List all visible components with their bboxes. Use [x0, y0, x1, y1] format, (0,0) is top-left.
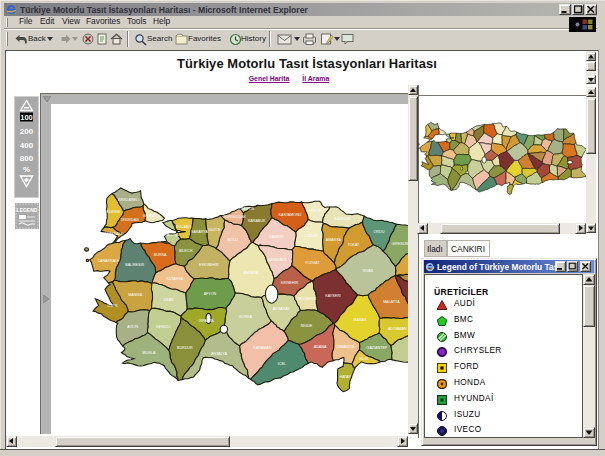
svg-text:MANISA: MANISA [128, 293, 143, 297]
svg-text:DENIZLI: DENIZLI [156, 325, 170, 329]
svg-text:KILIS: KILIS [359, 357, 369, 361]
svg-text:SIVAS: SIVAS [363, 269, 374, 273]
svg-text:KIRIKKALE: KIRIKKALE [268, 258, 287, 262]
svg-text:ANTALYA: ANTALYA [211, 352, 227, 356]
svg-text:AFYON: AFYON [204, 292, 217, 296]
svg-text:MUGLA: MUGLA [142, 351, 156, 355]
svg-text:%: % [23, 165, 30, 174]
svg-text:ESKISEHIR: ESKISEHIR [199, 263, 219, 267]
svg-text:USAK: USAK [164, 298, 175, 302]
svg-text:KARAMAN: KARAMAN [253, 346, 271, 350]
svg-text:KAYSERI: KAYSERI [325, 294, 341, 298]
svg-text:400: 400 [20, 141, 34, 150]
svg-text:KOCAELI: KOCAELI [176, 225, 192, 229]
svg-text:YOZGAT: YOZGAT [305, 261, 321, 265]
svg-text:KUTAHYA: KUTAHYA [166, 277, 183, 281]
svg-text:GAZIANTEP: GAZIANTEP [367, 346, 388, 350]
svg-text:ADIYAMAN: ADIYAMAN [388, 327, 407, 331]
svg-text:LEGEND: LEGEND [17, 207, 38, 213]
svg-text:KIRKLARELI: KIRKLARELI [118, 198, 139, 202]
svg-text:BURSA: BURSA [154, 253, 167, 257]
svg-text:NIGDE: NIGDE [301, 324, 313, 328]
svg-text:ISPARTA: ISPARTA [199, 319, 215, 323]
svg-text:BURDUR: BURDUR [177, 346, 193, 350]
svg-text:BARTIN: BARTIN [241, 207, 255, 211]
svg-text:TOKAT: TOKAT [348, 243, 361, 247]
svg-text:OSMANIYE: OSMANIYE [335, 345, 355, 349]
svg-text:MALATYA: MALATYA [383, 300, 400, 304]
svg-text:SAKARYA: SAKARYA [191, 230, 208, 234]
svg-text:ICEL: ICEL [278, 362, 286, 366]
svg-text:ISTANBUL: ISTANBUL [143, 214, 161, 218]
svg-text:KARABUK: KARABUK [248, 219, 266, 223]
svg-text:IZMIR: IZMIR [107, 304, 117, 308]
svg-text:CANKIRI: CANKIRI [269, 235, 284, 239]
svg-text:SINOP: SINOP [310, 209, 322, 213]
svg-text:100: 100 [20, 113, 33, 122]
svg-text:GIRESUN: GIRESUN [392, 242, 408, 246]
svg-text:MARAS: MARAS [353, 318, 367, 322]
svg-text:ORDU: ORDU [374, 230, 385, 234]
svg-text:CANAKKALE: CANAKKALE [97, 259, 120, 263]
svg-text:ZONGULDAK: ZONGULDAK [223, 215, 246, 219]
svg-text:AKSARAY: AKSARAY [273, 307, 291, 311]
svg-text:CORUM: CORUM [304, 234, 318, 238]
svg-text:KIRSEHIR: KIRSEHIR [281, 281, 299, 285]
svg-text:ANKARA: ANKARA [243, 271, 259, 275]
svg-text:DUZCE: DUZCE [208, 228, 221, 232]
svg-text:CANAKKALE: CANAKKALE [101, 232, 124, 236]
svg-text:SAMSUN: SAMSUN [334, 217, 350, 221]
svg-text:YALOVA: YALOVA [165, 233, 180, 237]
svg-text:AYDIN: AYDIN [127, 325, 138, 329]
svg-text:BILECIK: BILECIK [179, 249, 194, 253]
svg-text:EDIRNE: EDIRNE [106, 210, 120, 214]
svg-text:NEVSEHIR: NEVSEHIR [298, 297, 317, 301]
svg-text:TEKIRDAG: TEKIRDAG [120, 218, 139, 222]
svg-text:200: 200 [20, 127, 34, 136]
svg-text:BOLU: BOLU [228, 238, 238, 242]
svg-text:ADANA: ADANA [314, 345, 327, 349]
svg-text:800: 800 [20, 154, 34, 163]
svg-text:AMASYA: AMASYA [326, 238, 342, 242]
svg-text:HATAY: HATAY [340, 375, 352, 379]
svg-text:BALIKESIR: BALIKESIR [125, 263, 144, 267]
svg-text:KONYA: KONYA [239, 315, 252, 319]
svg-text:KASTAMONU: KASTAMONU [279, 213, 302, 217]
